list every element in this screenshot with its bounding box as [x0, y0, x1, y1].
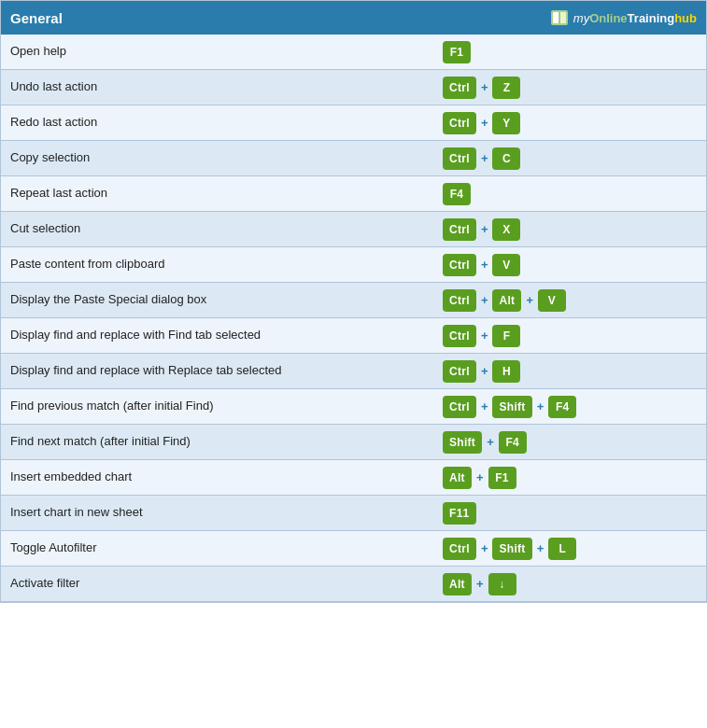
key-separator: +: [480, 399, 489, 413]
row-label: Toggle Autofilter: [1, 534, 435, 562]
keyboard-key: Ctrl: [443, 325, 476, 347]
row-keys: Alt+↓: [435, 568, 706, 600]
table-row: Cut selectionCtrl+X: [1, 212, 706, 247]
key-separator: +: [480, 293, 489, 307]
keyboard-key: Ctrl: [443, 289, 476, 312]
table-row: Open helpF1: [1, 35, 706, 70]
row-keys: Ctrl+Z: [435, 72, 706, 104]
row-label: Insert embedded chart: [1, 463, 435, 491]
keyboard-key: C: [492, 147, 520, 170]
keyboard-key: Z: [492, 77, 520, 99]
row-keys: Ctrl+V: [435, 249, 706, 281]
row-keys: Shift+F4: [435, 427, 706, 458]
table-row: Toggle AutofilterCtrl+Shift+L: [1, 531, 706, 567]
row-label: Display find and replace with Replace ta…: [1, 357, 435, 385]
row-keys: Ctrl+Y: [435, 107, 706, 139]
table-row: Copy selectionCtrl+C: [1, 141, 706, 176]
table-row: Display find and replace with Find tab s…: [1, 318, 706, 354]
table-row: Find previous match (after initial Find)…: [1, 389, 706, 425]
table-header: General myOnlineTraininghub: [1, 1, 706, 35]
keyboard-key: ↓: [488, 573, 516, 595]
row-keys: Ctrl+Shift+F4: [435, 391, 706, 423]
logo: myOnlineTraininghub: [549, 7, 697, 28]
key-separator: +: [480, 329, 489, 343]
keyboard-key: Ctrl: [443, 538, 476, 560]
keyboard-key: Ctrl: [443, 147, 476, 170]
row-keys: F1: [435, 36, 706, 68]
row-keys: Ctrl+Alt+V: [435, 285, 706, 316]
keyboard-key: Shift: [492, 396, 531, 418]
keyboard-key: Ctrl: [443, 77, 476, 99]
logo-text: myOnlineTraininghub: [573, 11, 697, 25]
keyboard-key: V: [492, 254, 520, 276]
key-separator: +: [480, 116, 489, 130]
keyboard-key: F4: [443, 183, 471, 205]
key-separator: +: [480, 364, 489, 378]
row-label: Display find and replace with Find tab s…: [1, 321, 435, 349]
table-row: Insert chart in new sheetF11: [1, 496, 706, 531]
shortcut-table: General myOnlineTraininghub Open helpF1U…: [0, 0, 707, 603]
row-label: Display the Paste Special dialog box: [1, 286, 435, 314]
row-label: Open help: [1, 37, 435, 65]
key-separator: +: [480, 541, 489, 555]
keyboard-key: F1: [488, 467, 516, 489]
key-separator: +: [536, 399, 545, 413]
keyboard-key: Ctrl: [443, 254, 476, 276]
svg-rect-2: [559, 12, 566, 23]
table-row: Find next match (after initial Find)Shif…: [1, 425, 706, 460]
rows-container: Open helpF1Undo last actionCtrl+ZRedo la…: [1, 35, 706, 602]
keyboard-key: F11: [443, 502, 476, 525]
row-keys: F11: [435, 497, 706, 529]
key-separator: +: [525, 293, 534, 307]
key-separator: +: [480, 80, 489, 94]
row-label: Activate filter: [1, 569, 435, 597]
keyboard-key: Ctrl: [443, 360, 476, 383]
keyboard-key: F4: [548, 396, 576, 418]
keyboard-key: Ctrl: [443, 112, 476, 134]
keyboard-key: H: [492, 360, 520, 383]
keyboard-key: Ctrl: [443, 218, 476, 241]
row-label: Insert chart in new sheet: [1, 498, 435, 526]
table-row: Redo last actionCtrl+Y: [1, 105, 706, 141]
keyboard-key: F: [492, 325, 520, 347]
table-row: Repeat last actionF4: [1, 176, 706, 212]
keyboard-key: Alt: [443, 467, 472, 489]
row-keys: Alt+F1: [435, 462, 706, 494]
table-row: Insert embedded chartAlt+F1: [1, 460, 706, 496]
row-keys: Ctrl+X: [435, 214, 706, 245]
keyboard-key: X: [492, 218, 520, 241]
keyboard-key: L: [548, 538, 576, 560]
svg-rect-1: [553, 12, 559, 23]
table-row: Activate filterAlt+↓: [1, 567, 706, 602]
row-label: Redo last action: [1, 108, 435, 136]
keyboard-key: Alt: [443, 573, 472, 595]
keyboard-key: F1: [443, 41, 471, 63]
keyboard-key: Y: [492, 112, 520, 134]
keyboard-key: Ctrl: [443, 396, 476, 418]
row-keys: Ctrl+F: [435, 320, 706, 352]
table-row: Paste content from clipboardCtrl+V: [1, 247, 706, 283]
key-separator: +: [480, 151, 489, 165]
row-keys: Ctrl+H: [435, 356, 706, 387]
keyboard-key: Shift: [492, 538, 531, 560]
key-separator: +: [486, 435, 495, 449]
keyboard-key: F4: [499, 431, 527, 454]
keyboard-key: Shift: [443, 431, 482, 454]
table-row: Display the Paste Special dialog boxCtrl…: [1, 283, 706, 318]
row-keys: Ctrl+Shift+L: [435, 533, 706, 565]
table-title: General: [10, 10, 63, 26]
key-separator: +: [475, 470, 485, 484]
row-label: Cut selection: [1, 215, 435, 243]
keyboard-key: V: [538, 289, 566, 312]
key-separator: +: [475, 577, 485, 591]
logo-icon: [549, 7, 570, 28]
row-label: Repeat last action: [1, 179, 435, 207]
row-label: Find previous match (after initial Find): [1, 392, 435, 420]
row-label: Copy selection: [1, 144, 435, 172]
row-keys: F4: [435, 178, 706, 210]
row-label: Paste content from clipboard: [1, 250, 435, 278]
table-row: Display find and replace with Replace ta…: [1, 354, 706, 389]
keyboard-key: Alt: [492, 289, 521, 312]
key-separator: +: [536, 541, 545, 555]
table-row: Undo last actionCtrl+Z: [1, 70, 706, 105]
